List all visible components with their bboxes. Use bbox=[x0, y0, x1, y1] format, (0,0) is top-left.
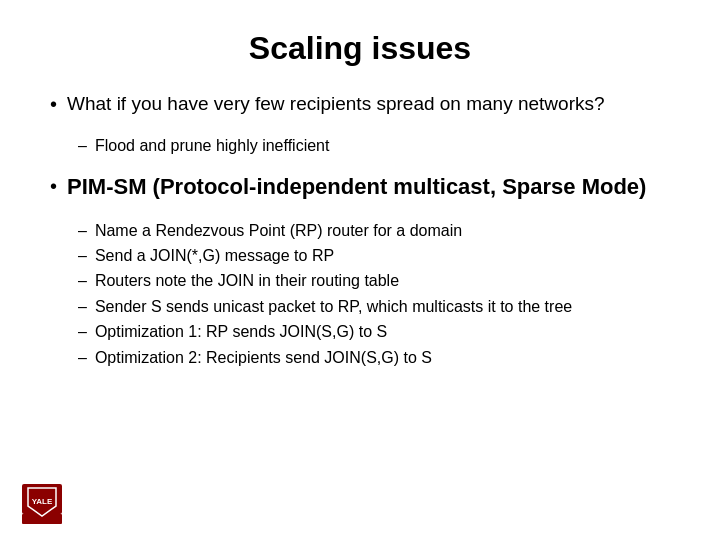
sub-bullet-1-1-text: Flood and prune highly inefficient bbox=[95, 135, 330, 157]
slide-content: • What if you have very few recipients s… bbox=[50, 91, 670, 510]
sub-bullet-2-6-dash: – bbox=[78, 347, 87, 369]
slide-container: Scaling issues • What if you have very f… bbox=[0, 0, 720, 540]
sub-bullet-2-2-dash: – bbox=[78, 245, 87, 267]
sub-bullet-2-1-text: Name a Rendezvous Point (RP) router for … bbox=[95, 220, 462, 242]
bullet2-main: • PIM-SM (Protocol-independent multicast… bbox=[50, 173, 670, 202]
sub-bullet-2-1: – Name a Rendezvous Point (RP) router fo… bbox=[78, 220, 670, 242]
university-logo: YALE bbox=[18, 480, 66, 528]
svg-text:YALE: YALE bbox=[32, 497, 53, 506]
sub-bullet-2-5-text: Optimization 1: RP sends JOIN(S,G) to S bbox=[95, 321, 387, 343]
sub-bullet-2-2-text: Send a JOIN(*,G) message to RP bbox=[95, 245, 334, 267]
logo-svg: YALE bbox=[18, 480, 66, 528]
sub-bullet-2-6-text: Optimization 2: Recipients send JOIN(S,G… bbox=[95, 347, 432, 369]
sub-bullet-1-1: – Flood and prune highly inefficient bbox=[78, 135, 670, 157]
bullet2-subbullets: – Name a Rendezvous Point (RP) router fo… bbox=[78, 220, 670, 369]
sub-bullet-2-3-text: Routers note the JOIN in their routing t… bbox=[95, 270, 399, 292]
sub-bullet-2-3-dash: – bbox=[78, 270, 87, 292]
sub-bullet-2-5-dash: – bbox=[78, 321, 87, 343]
sub-bullet-2-6: – Optimization 2: Recipients send JOIN(S… bbox=[78, 347, 670, 369]
bullet1-main: • What if you have very few recipients s… bbox=[50, 91, 670, 117]
sub-bullet-2-2: – Send a JOIN(*,G) message to RP bbox=[78, 245, 670, 267]
sub-bullet-1-1-dash: – bbox=[78, 135, 87, 157]
sub-bullet-2-4-text: Sender S sends unicast packet to RP, whi… bbox=[95, 296, 572, 318]
sub-bullet-2-5: – Optimization 1: RP sends JOIN(S,G) to … bbox=[78, 321, 670, 343]
bullet1-text: What if you have very few recipients spr… bbox=[67, 91, 605, 117]
sub-bullet-2-4: – Sender S sends unicast packet to RP, w… bbox=[78, 296, 670, 318]
sub-bullet-2-1-dash: – bbox=[78, 220, 87, 242]
sub-bullet-2-3: – Routers note the JOIN in their routing… bbox=[78, 270, 670, 292]
bullet2-text: PIM-SM (Protocol-independent multicast, … bbox=[67, 173, 646, 202]
slide-title: Scaling issues bbox=[50, 30, 670, 67]
bullet1-subbullets: – Flood and prune highly inefficient bbox=[78, 135, 670, 157]
bullet2-dot: • bbox=[50, 175, 57, 198]
sub-bullet-2-4-dash: – bbox=[78, 296, 87, 318]
bullet1-dot: • bbox=[50, 93, 57, 116]
